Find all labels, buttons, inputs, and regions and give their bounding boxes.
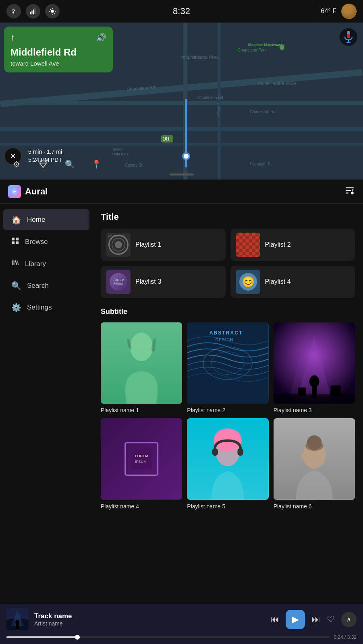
playlist-card-2[interactable]: Playlist 2 — [230, 229, 355, 261]
subtitle-card-1[interactable]: Playlist name 1 — [101, 322, 182, 413]
svg-rect-45 — [12, 238, 15, 241]
sidebar-item-browse[interactable]: Browse — [3, 231, 89, 252]
subtitle-label-2: Playlist name 2 — [187, 407, 268, 413]
sidebar-label-library: Library — [25, 260, 46, 268]
app-body: 🏠 Home Browse — [0, 204, 363, 604]
map-controls: ⚙ 🔍 📍 — [0, 153, 113, 175]
nav-direction-icon: ↑ — [10, 32, 15, 43]
queue-music-button[interactable] — [344, 185, 355, 198]
map-route-button[interactable] — [35, 156, 51, 172]
skip-previous-button[interactable]: ⏮ — [270, 614, 279, 625]
svg-text:LOREM: LOREM — [135, 454, 148, 458]
sidebar: 🏠 Home Browse — [0, 204, 93, 604]
progress-track[interactable] — [6, 636, 330, 638]
svg-rect-0 — [30, 12, 31, 14]
svg-rect-63 — [274, 394, 355, 404]
map-location-button[interactable]: 📍 — [88, 156, 104, 172]
svg-rect-17 — [218, 23, 221, 180]
svg-text:IPSUM: IPSUM — [135, 460, 147, 464]
sidebar-item-home[interactable]: 🏠 Home — [3, 209, 89, 230]
skip-next-button[interactable]: ⏭ — [311, 614, 320, 625]
play-pause-button[interactable]: ▶ — [286, 610, 305, 629]
svg-point-20 — [184, 154, 189, 159]
svg-text:Sierra: Sierra — [113, 147, 122, 151]
sidebar-label-home: Home — [27, 216, 45, 224]
subtitle-card-6[interactable]: Playlist name 6 — [274, 418, 355, 509]
svg-text:101: 101 — [163, 137, 170, 141]
svg-text:Amphitheatre Pkwy: Amphitheatre Pkwy — [181, 55, 220, 60]
playlist-3-art: LOREMIPSUM — [110, 273, 127, 291]
app-header: Aural — [0, 180, 363, 204]
expand-player-button[interactable]: ∧ — [341, 612, 357, 627]
svg-text:Colony St: Colony St — [125, 163, 143, 167]
svg-rect-15 — [0, 143, 363, 146]
library-icon — [11, 259, 19, 269]
sidebar-item-library[interactable]: Library — [3, 253, 89, 275]
map-search-button[interactable]: 🔍 — [62, 156, 78, 172]
progress-fill — [6, 636, 77, 638]
playlist-card-4[interactable]: 😊 Playlist 4 — [230, 266, 355, 298]
sidebar-label-settings: Settings — [27, 303, 52, 312]
subtitle-grid: Playlist name 1 — [101, 322, 355, 510]
subtitle-img-4: LOREM IPSUM — [101, 418, 182, 500]
sidebar-label-search: Search — [27, 282, 49, 290]
settings-icon: ⚙️ — [11, 303, 21, 312]
subtitle-card-3[interactable]: Playlist name 3 — [274, 322, 355, 413]
voice-button[interactable] — [340, 28, 357, 46]
section-title: Title — [101, 212, 355, 222]
sidebar-item-search[interactable]: 🔍 Search — [3, 275, 89, 296]
svg-rect-46 — [16, 238, 19, 241]
playlist-thumb-3: LOREMIPSUM — [106, 270, 131, 294]
map-settings-button[interactable]: ⚙ — [8, 156, 25, 172]
now-playing-bar: Track name Artist name ⏮ ▶ ⏭ ♡ ∧ 0:24 / — [0, 604, 363, 644]
navigation-card: ↑ 🔊 Middlefield Rd toward Lowell Ave — [4, 27, 113, 72]
subtitle-label-4: Playlist name 4 — [101, 503, 182, 510]
now-playing-album-art — [6, 608, 29, 630]
playlist-thumb-4: 😊 — [236, 270, 260, 294]
subtitle-img-3 — [274, 322, 355, 404]
playlist-label-2: Playlist 2 — [265, 241, 291, 248]
track-name: Track name — [34, 612, 265, 620]
subtitle-card-5[interactable]: Playlist name 5 — [187, 418, 268, 509]
svg-rect-3 — [35, 8, 35, 14]
svg-rect-13 — [0, 101, 363, 105]
artist-name: Artist name — [34, 620, 265, 627]
svg-rect-48 — [16, 242, 19, 244]
playlist-grid: CREATIVE Playlist 1 Playlist 2 LOREMIPSU… — [101, 229, 355, 298]
playlist-label-1: Playlist 1 — [135, 241, 161, 248]
favorite-button[interactable]: ♡ — [327, 614, 335, 625]
subtitle-card-4[interactable]: LOREM IPSUM Playlist name 4 — [101, 418, 182, 509]
player-controls: ⏮ ▶ ⏭ ♡ ∧ — [270, 610, 357, 629]
svg-text:Huff Ave: Huff Ave — [216, 103, 220, 117]
subtitle-card-2[interactable]: ABSTRACT DESIGN Playlist name 2 — [187, 322, 268, 413]
app-logo-icon — [8, 185, 21, 198]
bluetooth-icon — [6, 4, 21, 19]
svg-rect-72 — [212, 448, 218, 456]
subtitle-img-6 — [274, 418, 355, 500]
svg-line-7 — [50, 9, 51, 10]
nav-sound-icon[interactable]: 🔊 — [96, 33, 106, 42]
progress-bar-container: 0:24 / 3:32 — [6, 634, 357, 640]
app-brand: Aural — [8, 185, 48, 198]
status-right: 64° F — [321, 4, 357, 19]
playlist-4-art: 😊 — [239, 273, 257, 291]
user-avatar[interactable] — [341, 4, 357, 19]
playlist-card-3[interactable]: LOREMIPSUM Playlist 3 — [101, 266, 226, 298]
music-app: Aural 🏠 Home — [0, 180, 363, 644]
subtitle-img-1 — [101, 322, 182, 404]
browse-icon — [11, 237, 19, 247]
sidebar-item-settings[interactable]: ⚙️ Settings — [3, 297, 89, 318]
svg-rect-37 — [347, 34, 350, 38]
svg-rect-1 — [31, 11, 32, 14]
nav-street-name: Middlefield Rd — [10, 47, 106, 58]
subtitle-label-3: Playlist name 3 — [274, 407, 355, 413]
main-content: Title CREATIVE Playlist 1 — [93, 204, 363, 604]
temperature-display: 64° F — [321, 8, 336, 15]
nav-toward-text: toward Lowell Ave — [10, 60, 106, 67]
total-time: 3:32 — [347, 634, 357, 640]
playlist-label-3: Playlist 3 — [135, 278, 161, 285]
drag-handle[interactable] — [170, 173, 194, 175]
playlist-card-1[interactable]: CREATIVE Playlist 1 — [101, 229, 226, 261]
svg-text:ABSTRACT: ABSTRACT — [210, 330, 243, 336]
now-playing-top: Track name Artist name ⏮ ▶ ⏭ ♡ ∧ — [6, 608, 357, 630]
